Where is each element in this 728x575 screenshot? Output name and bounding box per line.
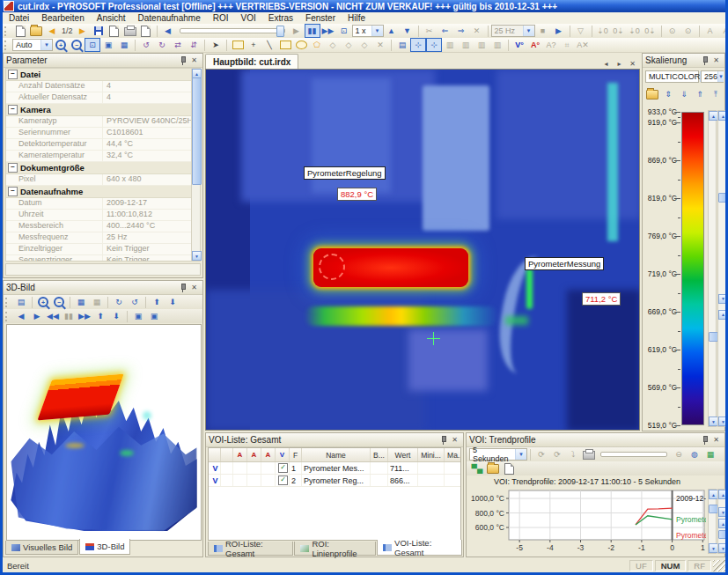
collapse-icon[interactable]: − (8, 105, 18, 114)
profile-copy-button[interactable]: ▥ (442, 38, 458, 52)
scale-min-slider[interactable]: ▲ ▼ ▲ ▼ (717, 110, 726, 427)
roi-edit-button[interactable]: ◇ (325, 38, 341, 52)
mark-right-button[interactable]: ⇒ (453, 24, 469, 38)
roi-ellipse-button[interactable] (293, 38, 309, 52)
alarm-delete-button[interactable]: A✕ (575, 38, 591, 52)
visual-image-button[interactable]: ▤ (394, 38, 410, 52)
voi-cell-5[interactable]: ✓ (276, 462, 290, 474)
menu-item-extras[interactable]: Extras (262, 13, 299, 23)
record-start-button[interactable]: ▶ (551, 24, 567, 38)
playback-slider-thumb[interactable] (276, 26, 284, 37)
parameter-row[interactable]: Uhrzeit11:00:10,812 (6, 210, 191, 221)
annotation-regelung-label[interactable]: PyrometerRegelung (304, 166, 386, 180)
table-row[interactable]: V✓1Pyrometer Mes...711... (209, 462, 460, 475)
scale-fine-down-icon[interactable]: ▼ (718, 294, 728, 304)
zoom-in-button[interactable]: + (53, 38, 69, 52)
trend-chart[interactable]: -5-4-3-2-1011000,0 °C800,0 °C600,0 °C200… (470, 487, 706, 556)
zoom-out-3d-button[interactable]: − (51, 295, 67, 309)
first-frame-button[interactable]: ◀ (13, 309, 29, 323)
section-header[interactable]: −Dokumentgröße (6, 162, 191, 174)
checkbox-checked[interactable]: ✓ (278, 475, 288, 485)
parameter-row[interactable]: EinzeltriggerKein Trigger (6, 244, 191, 255)
voi-cell-5[interactable]: ✓ (276, 475, 290, 486)
annotation-messung-value[interactable]: 711,2 °C (582, 292, 621, 306)
parameter-scrollbar[interactable]: ▲ ▼ (191, 68, 201, 262)
frame-down-button[interactable]: ▼ (400, 24, 415, 38)
voi-column-7[interactable]: Name (302, 448, 371, 461)
roi-rectangle-button[interactable] (277, 38, 293, 52)
prev-record-button[interactable]: ◀ (44, 24, 60, 38)
menu-item-voi[interactable]: VOI (234, 13, 261, 23)
zoom-fit-button[interactable]: ⊡ (85, 38, 100, 52)
sequence-trigger-button[interactable]: ⇣0 (627, 24, 643, 38)
tab-scroll-right-button[interactable]: ▸ (614, 58, 625, 69)
trend-refresh-button[interactable]: ⟳ (533, 447, 549, 461)
menu-item-bearbeiten[interactable]: Bearbeiten (35, 13, 90, 23)
scale-fine-up-icon[interactable]: ▲ (718, 310, 728, 320)
last-frame-button[interactable]: ⊡ (336, 24, 352, 38)
tab-voi-0[interactable]: ROI-Liste: Gesamt (208, 542, 293, 556)
trend-zoom-out-button[interactable]: ⊖ (671, 447, 687, 461)
trend-settings-button[interactable]: ▦ (702, 447, 718, 461)
roi-move-button[interactable]: ◇ (341, 38, 357, 52)
rewind-3d-button[interactable]: ◀◀ (45, 309, 61, 323)
edit-sequence-button[interactable]: ✂ (422, 24, 438, 38)
title-bar[interactable]: cut.irdx - PYROSOFT Professional test [O… (0, 0, 728, 12)
trend-copy-button[interactable] (501, 461, 517, 475)
scale-fine-down-icon[interactable]: ▼ (718, 507, 728, 517)
single-trigger-button[interactable]: ⇣0 (595, 24, 611, 38)
tab-voi-1[interactable]: ROI: Linienprofile (294, 542, 376, 556)
palette-open-button[interactable] (644, 87, 660, 101)
trend-export-button[interactable]: ⤵ (565, 447, 581, 461)
voi-column-3[interactable]: A (247, 448, 261, 461)
roi-delete-button[interactable]: ✕ (372, 38, 388, 52)
tab-scroll-left-button[interactable]: ◂ (600, 58, 612, 69)
snapshot-button[interactable]: ▣ (130, 309, 146, 323)
voi-column-9[interactable]: Wert (388, 448, 418, 461)
close-button[interactable]: ✕ (710, 55, 722, 66)
grid-off-button[interactable]: ▦ (89, 295, 105, 309)
scale-max-slider[interactable]: ▲ ▼ (708, 110, 717, 427)
reset-view-button[interactable]: ▤ (13, 295, 29, 309)
tab-voi-2[interactable]: VOI-Liste: Gesamt (377, 540, 462, 556)
record-stop-button[interactable]: ■ (535, 24, 551, 38)
play-3d-button[interactable]: ▶ (29, 309, 45, 323)
close-button[interactable]: ✕ (710, 435, 722, 446)
line-profile-h-button[interactable]: ⊹ (410, 38, 426, 52)
tab-bild3d-0[interactable]: Visuelles Bild (5, 541, 78, 555)
parameter-grid[interactable]: −DateiAnzahl Datensätze4Aktueller Datens… (5, 68, 192, 262)
trend-scale-slider-1[interactable]: ▲ ▼ (708, 489, 717, 554)
voi-column-11[interactable]: Ma... (445, 448, 461, 461)
grid-on-button[interactable]: ▦ (73, 295, 89, 309)
palette-select[interactable]: MULTICOLOR▼ (645, 70, 699, 83)
section-header[interactable]: −Datei (6, 69, 191, 81)
scroll-down-icon[interactable]: ▼ (718, 543, 728, 553)
trend-interval-select[interactable]: 5 Sekunden▼ (469, 448, 527, 461)
menu-item-roi[interactable]: ROI (207, 13, 235, 23)
trend-position-slider[interactable] (600, 452, 667, 457)
parameter-row[interactable]: Datum2009-12-17 (6, 198, 191, 210)
fullscreen-button[interactable]: ▣ (100, 38, 116, 52)
annotation-messung-label[interactable]: PyrometerMessung (525, 257, 604, 270)
alarm-ack-button[interactable]: A (718, 24, 728, 38)
roi-polygon-button[interactable]: ⬠ (309, 38, 325, 52)
scale-min-thumb[interactable] (718, 193, 728, 203)
menu-item-datenaufnahme[interactable]: Datenaufnahme (132, 13, 207, 23)
trend-print-button[interactable] (581, 447, 597, 461)
playback-position-slider[interactable] (180, 28, 285, 33)
flip-horizontal-button[interactable]: ⇄ (170, 38, 186, 52)
voi-column-4[interactable]: A (261, 448, 276, 461)
frame-up-button[interactable]: ▲ (384, 24, 400, 38)
save-button[interactable] (91, 24, 107, 38)
roi-line-button[interactable]: ╲ (261, 38, 277, 52)
parameter-row[interactable]: Anzahl Datensätze4 (6, 81, 191, 92)
trend-zoom-x-button[interactable]: ⟳ (549, 447, 565, 461)
voi-liste-panel-header[interactable]: VOI-Liste: Gesamt ✕ (206, 433, 463, 447)
voi-label-button[interactable]: V° (511, 38, 527, 52)
scale-auto-button[interactable]: ⇕ (660, 87, 676, 101)
pin-button[interactable] (699, 55, 710, 66)
menu-item-hilfe[interactable]: Hilfe (342, 13, 371, 23)
open-file-button[interactable] (28, 24, 44, 38)
sequence-trigger-off-button[interactable]: 0⇣ (643, 24, 658, 38)
alarm-label-button[interactable]: A° (527, 38, 543, 52)
